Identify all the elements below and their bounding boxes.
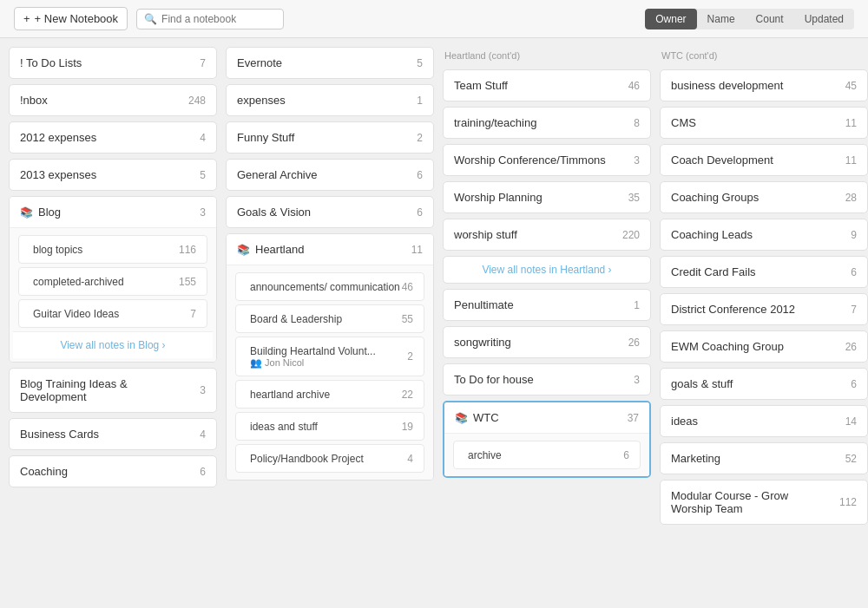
notebook-name: EWM Coaching Group xyxy=(671,340,838,353)
stack-child[interactable]: heartland archive22 xyxy=(235,380,424,409)
notebook-name: Goals & Vision xyxy=(237,206,410,219)
sort-btn-name[interactable]: Name xyxy=(697,9,746,29)
notebook-card[interactable]: !nbox248 xyxy=(9,84,217,116)
child-name: ideas and stuff xyxy=(250,421,318,433)
view-all-link[interactable]: View all notes in Heartland › xyxy=(443,256,651,284)
child-count: 46 xyxy=(402,281,413,293)
notebook-card[interactable]: worship stuff220 xyxy=(443,219,651,251)
stack-children: blog topics116completed-archived155Guita… xyxy=(10,227,216,362)
stack-header[interactable]: 📚Blog3 xyxy=(10,197,216,227)
notebook-name: Worship Conference/Timmons xyxy=(454,154,627,167)
notebook-card[interactable]: ideas14 xyxy=(660,405,868,437)
notebook-card[interactable]: Blog Training Ideas & Development3 xyxy=(9,368,217,413)
stack-child[interactable]: completed-archived155 xyxy=(18,267,207,296)
plus-icon: + xyxy=(23,12,30,25)
notebook-count: 3 xyxy=(634,374,640,386)
notebook-name: Coach Development xyxy=(671,154,838,167)
notebook-count: 14 xyxy=(845,415,857,428)
notebook-card[interactable]: training/teaching8 xyxy=(443,107,651,139)
notebook-name: Team Stuff xyxy=(454,79,621,92)
notebook-card[interactable]: To Do for house3 xyxy=(443,363,651,396)
notebook-card[interactable]: Coaching Leads9 xyxy=(660,219,868,251)
view-all-link[interactable]: View all notes in Blog › xyxy=(13,331,213,358)
child-name: Board & Leadership xyxy=(250,313,342,325)
stack-child[interactable]: Guitar Video Ideas7 xyxy=(18,299,207,328)
notebook-card[interactable]: Goals & Vision6 xyxy=(226,196,434,228)
new-notebook-button[interactable]: + + New Notebook xyxy=(14,7,128,30)
notebook-name: Credit Card Fails xyxy=(671,265,844,278)
notebook-count: 26 xyxy=(845,341,857,353)
notebook-card[interactable]: EWM Coaching Group26 xyxy=(660,330,868,363)
notebook-card[interactable]: 2012 expenses4 xyxy=(9,121,217,154)
notebook-card[interactable]: ! To Do Lists7 xyxy=(9,47,217,79)
notebook-card[interactable]: Marketing52 xyxy=(660,442,868,474)
notebook-name: CMS xyxy=(671,116,838,129)
stack-child[interactable]: Board & Leadership55 xyxy=(235,304,424,333)
child-count: 2 xyxy=(407,350,413,363)
column-col2: Evernote5expenses1Funny Stuff2General Ar… xyxy=(226,47,434,599)
notebook-card[interactable]: Modular Course - Grow Worship Team112 xyxy=(660,480,868,525)
notebook-card[interactable]: Penultimate1 xyxy=(443,289,651,321)
notebook-name: Coaching Leads xyxy=(671,228,844,241)
notebook-card[interactable]: goals & stuff6 xyxy=(660,368,868,400)
notebook-card[interactable]: 2013 expenses5 xyxy=(9,159,217,191)
notebook-card[interactable]: Coaching Groups28 xyxy=(660,181,868,213)
notebook-card[interactable]: Coaching6 xyxy=(9,455,217,487)
notebook-card[interactable]: Business Cards4 xyxy=(9,418,217,450)
notebook-name: Business Cards xyxy=(20,428,193,441)
sort-btn-owner[interactable]: Owner xyxy=(645,9,696,29)
stack-child[interactable]: Building Heartalnd Volunt...👥 Jon Nicol2 xyxy=(235,337,424,376)
notebook-count: 4 xyxy=(200,428,206,441)
sort-btn-updated[interactable]: Updated xyxy=(794,9,854,29)
stack-icon: 📚 xyxy=(20,206,33,219)
child-name: Building Heartalnd Volunt... xyxy=(250,345,376,357)
stack-child[interactable]: Policy/Handbook Project4 xyxy=(235,444,424,473)
new-notebook-label: + New Notebook xyxy=(35,12,118,25)
notebook-count: 45 xyxy=(845,80,857,92)
stack-name: WTC xyxy=(473,411,499,424)
notebook-count: 26 xyxy=(628,337,640,349)
notebook-card[interactable]: Credit Card Fails6 xyxy=(660,256,868,288)
notebook-count: 28 xyxy=(845,192,857,204)
stack-child[interactable]: announcements/ communication46 xyxy=(235,272,424,301)
notebook-count: 35 xyxy=(628,192,640,204)
stack-child[interactable]: blog topics116 xyxy=(18,235,207,264)
notebook-name: Funny Stuff xyxy=(237,131,410,144)
stack-card: 📚Heartland11announcements/ communication… xyxy=(226,233,434,481)
stack-count: 37 xyxy=(628,412,639,424)
notebook-name: Coaching xyxy=(20,465,193,478)
notebook-name: !nbox xyxy=(20,94,181,107)
notebook-card[interactable]: Worship Conference/Timmons3 xyxy=(443,144,651,176)
stack-header[interactable]: 📚Heartland11 xyxy=(227,234,433,265)
stack-header[interactable]: 📚WTC37 xyxy=(444,402,649,433)
notebook-card[interactable]: Funny Stuff2 xyxy=(226,121,434,154)
notebook-card[interactable]: songwriting26 xyxy=(443,326,651,358)
stack-card: 📚Blog3blog topics116completed-archived15… xyxy=(9,196,217,363)
stack-child[interactable]: archive6 xyxy=(453,441,641,469)
notebook-card[interactable]: business development45 xyxy=(660,69,868,101)
notebook-name: Marketing xyxy=(671,452,838,465)
column-col3: Heartland (cont'd)Team Stuff46training/t… xyxy=(443,47,651,599)
notebook-count: 9 xyxy=(851,229,857,241)
notebook-card[interactable]: Worship Planning35 xyxy=(443,181,651,213)
notebook-count: 1 xyxy=(417,95,423,107)
child-count: 155 xyxy=(179,276,196,288)
notebook-count: 6 xyxy=(851,266,857,278)
notebook-name: business development xyxy=(671,79,838,92)
notebook-card[interactable]: Evernote5 xyxy=(226,47,434,79)
notebook-card[interactable]: General Archive6 xyxy=(226,159,434,191)
sort-btn-count[interactable]: Count xyxy=(746,9,794,29)
notebook-card[interactable]: Coach Development11 xyxy=(660,144,868,176)
notebook-card[interactable]: expenses1 xyxy=(226,84,434,116)
column-col1: ! To Do Lists7!nbox2482012 expenses42013… xyxy=(9,47,217,599)
notebook-card[interactable]: District Conference 20127 xyxy=(660,293,868,325)
stack-name: Blog xyxy=(38,206,61,219)
search-icon: 🔍 xyxy=(144,13,157,25)
stack-child[interactable]: ideas and stuff19 xyxy=(235,412,424,441)
notebook-name: songwriting xyxy=(454,336,621,349)
notebook-count: 3 xyxy=(634,154,640,167)
search-input[interactable] xyxy=(161,13,276,25)
notebook-card[interactable]: Team Stuff46 xyxy=(443,69,651,101)
notebook-card[interactable]: CMS11 xyxy=(660,107,868,139)
notebook-count: 1 xyxy=(634,299,640,311)
